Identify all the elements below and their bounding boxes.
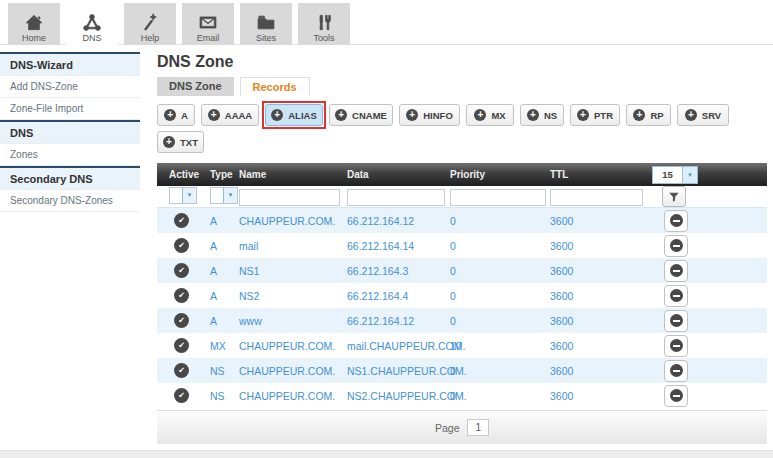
delete-record-button[interactable] <box>664 285 688 307</box>
active-check-icon[interactable]: ✔ <box>174 213 189 228</box>
record-name-link[interactable]: CHAUPPEUR.COM. <box>239 215 335 227</box>
toolbar-tab-dns[interactable]: DNS <box>66 3 118 45</box>
active-check-icon[interactable]: ✔ <box>174 338 189 353</box>
record-ttl-link[interactable]: 3600 <box>550 265 573 277</box>
record-ttl-link[interactable]: 3600 <box>550 390 573 402</box>
column-header-data[interactable]: Data <box>347 169 450 180</box>
filter-active-select[interactable]: ▼ <box>169 187 197 204</box>
record-type-link[interactable]: A <box>210 215 217 227</box>
add-aaaa-button[interactable]: +AAAA <box>201 104 259 126</box>
record-priority-link[interactable]: 0 <box>450 365 456 377</box>
record-name-link[interactable]: CHAUPPEUR.COM. <box>239 340 335 352</box>
page-1-button[interactable]: 1 <box>467 419 489 436</box>
toolbar-tab-help[interactable]: Help <box>124 3 176 45</box>
sidebar-item-secondary-dns-zones[interactable]: Secondary DNS-Zones <box>0 190 140 212</box>
delete-record-button[interactable] <box>664 335 688 357</box>
column-header-name[interactable]: Name <box>239 169 347 180</box>
record-name-link[interactable]: CHAUPPEUR.COM. <box>239 390 335 402</box>
record-priority-link[interactable]: 0 <box>450 240 456 252</box>
record-data-link[interactable]: 66.212.164.3 <box>347 265 408 277</box>
record-ttl-link[interactable]: 3600 <box>550 240 573 252</box>
minus-icon <box>670 264 683 277</box>
record-priority-link[interactable]: 0 <box>450 315 456 327</box>
record-data-link[interactable]: 66.212.164.14 <box>347 240 414 252</box>
active-check-icon[interactable]: ✔ <box>174 313 189 328</box>
toolbar-tab-sites[interactable]: Sites <box>240 3 292 45</box>
record-data-link[interactable]: 66.212.164.12 <box>347 215 414 227</box>
record-ttl-link[interactable]: 3600 <box>550 290 573 302</box>
add-ns-button[interactable]: +NS <box>520 104 564 126</box>
record-name-link[interactable]: www <box>239 315 262 327</box>
record-name-link[interactable]: mail <box>239 240 258 252</box>
add-a-button[interactable]: +A <box>157 104 195 126</box>
record-type-link[interactable]: NS <box>210 365 225 377</box>
delete-record-button[interactable] <box>664 210 688 232</box>
column-header-active[interactable]: Active <box>157 169 210 180</box>
record-data-link[interactable]: 66.212.164.4 <box>347 290 408 302</box>
delete-record-button[interactable] <box>664 260 688 282</box>
add-srv-button[interactable]: +SRV <box>677 104 729 126</box>
record-data-link[interactable]: NS1.CHAUPPEUR.COM. <box>347 365 467 377</box>
filter-ttl-input[interactable] <box>550 189 643 206</box>
active-check-icon[interactable]: ✔ <box>174 263 189 278</box>
active-check-icon[interactable]: ✔ <box>174 388 189 403</box>
table-row: ✔ A www 66.212.164.12 0 3600 <box>157 308 767 333</box>
delete-record-button[interactable] <box>664 385 688 407</box>
delete-record-button[interactable] <box>664 235 688 257</box>
record-data-link[interactable]: NS2.CHAUPPEUR.COM. <box>347 390 467 402</box>
record-type-link[interactable]: A <box>210 290 217 302</box>
record-ttl-link[interactable]: 3600 <box>550 340 573 352</box>
record-priority-link[interactable]: 10 <box>450 340 462 352</box>
add-ptr-button[interactable]: +PTR <box>570 104 620 126</box>
tab-dns-zone[interactable]: DNS Zone <box>157 77 234 96</box>
delete-record-button[interactable] <box>664 360 688 382</box>
add-alias-button[interactable]: +ALIAS <box>265 104 323 126</box>
filter-type-select[interactable]: ▼ <box>210 187 238 204</box>
toolbar-tab-home[interactable]: Home <box>8 3 60 45</box>
tab-records[interactable]: Records <box>240 77 310 96</box>
filter-name-input[interactable] <box>239 189 340 206</box>
sidebar-section-secondary-dns: Secondary DNS <box>0 166 140 190</box>
toolbar-tab-tools[interactable]: Tools <box>298 3 350 45</box>
record-type-link[interactable]: A <box>210 315 217 327</box>
record-name-link[interactable]: CHAUPPEUR.COM. <box>239 365 335 377</box>
record-ttl-link[interactable]: 3600 <box>550 215 573 227</box>
filter-priority-input[interactable] <box>450 189 546 206</box>
record-priority-link[interactable]: 0 <box>450 215 456 227</box>
add-txt-button[interactable]: +TXT <box>157 131 204 153</box>
toolbar-tab-label: Sites <box>256 33 276 43</box>
column-header-type[interactable]: Type <box>210 169 239 180</box>
toolbar-tab-email[interactable]: Email <box>182 3 234 45</box>
add-record-label: AAAA <box>225 110 252 121</box>
active-check-icon[interactable]: ✔ <box>174 363 189 378</box>
active-check-icon[interactable]: ✔ <box>174 288 189 303</box>
record-priority-link[interactable]: 0 <box>450 265 456 277</box>
record-type-link[interactable]: A <box>210 240 217 252</box>
record-type-link[interactable]: MX <box>210 340 226 352</box>
add-mx-button[interactable]: +MX <box>466 104 514 126</box>
delete-record-button[interactable] <box>664 310 688 332</box>
active-check-icon[interactable]: ✔ <box>174 238 189 253</box>
sidebar-item-zone-file-import[interactable]: Zone-File Import <box>0 98 140 120</box>
record-name-link[interactable]: NS2 <box>239 290 259 302</box>
record-priority-link[interactable]: 0 <box>450 390 456 402</box>
add-hinfo-button[interactable]: +HINFO <box>399 104 460 126</box>
record-ttl-link[interactable]: 3600 <box>550 365 573 377</box>
record-name-link[interactable]: NS1 <box>239 265 259 277</box>
sidebar-item-add-dns-zone[interactable]: Add DNS-Zone <box>0 76 140 98</box>
add-rp-button[interactable]: +RP <box>626 104 671 126</box>
page-size-select[interactable]: 15 ▼ <box>652 166 698 184</box>
record-data-link[interactable]: mail.CHAUPPEUR.COM. <box>347 340 465 352</box>
record-ttl-link[interactable]: 3600 <box>550 315 573 327</box>
record-priority-link[interactable]: 0 <box>450 290 456 302</box>
filter-apply-button[interactable] <box>662 186 686 207</box>
column-header-ttl[interactable]: TTL <box>550 169 652 180</box>
record-data-link[interactable]: 66.212.164.12 <box>347 315 414 327</box>
record-type-link[interactable]: NS <box>210 390 225 402</box>
column-header-priority[interactable]: Priority <box>450 169 550 180</box>
record-type-link[interactable]: A <box>210 265 217 277</box>
filter-data-input[interactable] <box>347 189 445 206</box>
add-cname-button[interactable]: +CNAME <box>329 104 393 126</box>
table-row: ✔ A mail 66.212.164.14 0 3600 <box>157 233 767 258</box>
sidebar-item-zones[interactable]: Zones <box>0 144 140 166</box>
